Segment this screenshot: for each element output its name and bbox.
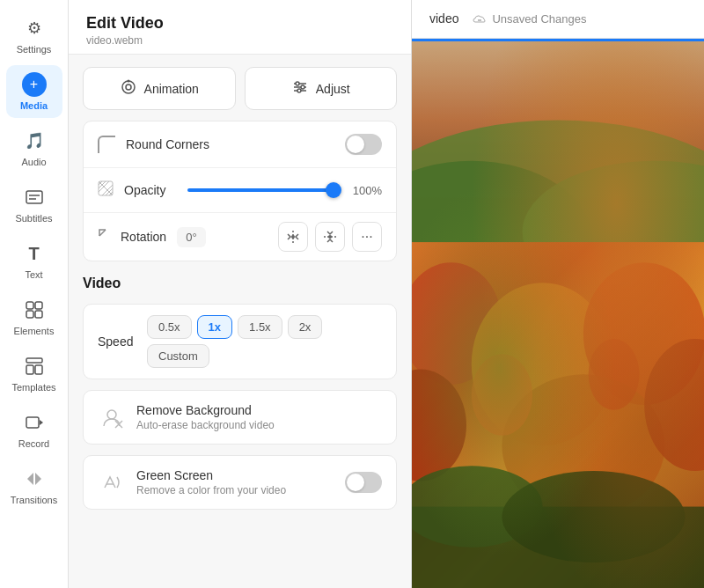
- settings-icon: ⚙: [22, 16, 47, 40]
- sidebar-item-label: Subtitles: [15, 213, 52, 224]
- adjust-icon: [291, 78, 309, 99]
- speed-options: 0.5x 1x 1.5x 2x Custom: [147, 315, 382, 368]
- round-corners-label: Round Corners: [126, 137, 334, 151]
- svg-point-44: [472, 354, 532, 435]
- speed-2x-button[interactable]: 2x: [288, 315, 323, 339]
- green-screen-row: Green Screen Remove a color from your vi…: [84, 456, 396, 509]
- speed-1x-button[interactable]: 1x: [197, 315, 232, 339]
- flip-horizontal-button[interactable]: [278, 222, 308, 252]
- svg-rect-10: [26, 417, 39, 428]
- svg-rect-30: [412, 39, 704, 242]
- svg-rect-41: [412, 507, 704, 588]
- cloud-icon: [473, 12, 487, 26]
- sidebar-item-text[interactable]: T Text: [6, 234, 62, 287]
- opacity-slider-track: [187, 188, 340, 192]
- green-screen-card: Green Screen Remove a color from your vi…: [83, 455, 397, 510]
- sidebar-item-label: Templates: [11, 382, 55, 393]
- green-screen-icon: [98, 468, 126, 496]
- preview-area: video Unsaved Changes: [412, 0, 704, 588]
- sidebar-item-label: Settings: [17, 44, 52, 55]
- svg-point-31: [412, 120, 704, 323]
- svg-rect-34: [412, 242, 704, 588]
- flip-vertical-button[interactable]: [315, 222, 345, 252]
- svg-point-26: [107, 410, 116, 419]
- subtitles-icon: [22, 185, 47, 209]
- remove-background-label: Remove Background: [136, 403, 275, 417]
- round-corners-toggle[interactable]: [345, 134, 382, 155]
- round-corners-icon: [98, 136, 115, 153]
- animation-button[interactable]: Animation: [83, 67, 236, 110]
- svg-rect-9: [35, 365, 42, 374]
- round-corners-row: Round Corners: [84, 121, 396, 167]
- svg-point-38: [412, 370, 466, 481]
- transitions-icon: [22, 467, 47, 491]
- media-plus-icon: +: [22, 72, 47, 97]
- svg-point-43: [502, 471, 685, 562]
- svg-marker-11: [40, 420, 43, 425]
- panel-title: Edit Video: [86, 14, 393, 33]
- remove-background-card: Remove Background Auto-erase background …: [83, 390, 397, 445]
- opacity-slider-container: [187, 181, 340, 199]
- unsaved-changes-badge: Unsaved Changes: [473, 12, 586, 26]
- speed-1.5x-button[interactable]: 1.5x: [238, 315, 282, 339]
- audio-icon: 🎵: [22, 129, 47, 153]
- sidebar-item-label: Text: [25, 269, 42, 280]
- adjust-button[interactable]: Adjust: [245, 67, 398, 110]
- sidebar-item-label: Elements: [14, 326, 55, 336]
- adjust-label: Adjust: [316, 82, 350, 96]
- speed-0.5x-button[interactable]: 0.5x: [147, 315, 192, 339]
- video-section-title: Video: [83, 272, 397, 293]
- sidebar-item-templates[interactable]: Templates: [6, 347, 62, 400]
- svg-rect-0: [26, 191, 42, 203]
- svg-point-42: [412, 466, 543, 547]
- rotation-icon: [98, 228, 114, 246]
- svg-point-18: [296, 82, 299, 85]
- speed-card: Speed 0.5x 1x 1.5x 2x Custom: [83, 304, 397, 379]
- svg-point-13: [126, 85, 131, 90]
- opacity-row: Opacity 100%: [84, 167, 396, 212]
- panel-content: Animation Adjust: [69, 55, 411, 522]
- sidebar-item-audio[interactable]: 🎵 Audio: [6, 121, 62, 174]
- svg-point-12: [122, 81, 135, 93]
- sidebar-item-label: Transitions: [11, 495, 57, 505]
- svg-point-19: [301, 85, 304, 89]
- sidebar: ⚙ Settings + Media 🎵 Audio Subtitles T T…: [0, 0, 69, 588]
- speed-row: Speed 0.5x 1x 1.5x 2x Custom: [84, 305, 396, 379]
- action-buttons-row: Animation Adjust: [83, 67, 397, 110]
- opacity-label: Opacity: [124, 183, 177, 197]
- svg-point-32: [412, 161, 593, 324]
- sidebar-item-subtitles[interactable]: Subtitles: [6, 178, 62, 231]
- more-options-button[interactable]: ···: [352, 222, 382, 252]
- green-screen-label: Green Screen: [136, 468, 334, 482]
- svg-rect-3: [26, 302, 33, 309]
- sidebar-item-elements[interactable]: Elements: [6, 290, 62, 343]
- ellipsis-icon: ···: [361, 229, 372, 245]
- sidebar-item-transitions[interactable]: Transitions: [6, 459, 62, 512]
- preview-header: video Unsaved Changes: [412, 0, 704, 39]
- rotation-label: Rotation: [121, 230, 166, 244]
- panel-header: Edit Video video.webm: [69, 0, 411, 55]
- opacity-value: 100%: [350, 184, 382, 197]
- sidebar-item-label: Record: [18, 438, 49, 449]
- sidebar-item-settings[interactable]: ⚙ Settings: [6, 9, 62, 62]
- preview-svg: [412, 39, 704, 588]
- green-screen-text: Green Screen Remove a color from your vi…: [136, 468, 334, 496]
- remove-background-row[interactable]: Remove Background Auto-erase background …: [84, 391, 396, 444]
- svg-point-33: [523, 161, 704, 304]
- speed-label: Speed: [98, 334, 140, 349]
- sidebar-item-record[interactable]: Record: [6, 403, 62, 456]
- svg-point-14: [127, 80, 129, 83]
- svg-point-20: [297, 89, 301, 92]
- remove-background-icon: [98, 403, 126, 431]
- preview-tab[interactable]: video: [426, 0, 462, 39]
- preview-image: [412, 39, 704, 588]
- green-screen-sublabel: Remove a color from your video: [136, 484, 334, 496]
- speed-custom-button[interactable]: Custom: [147, 344, 209, 368]
- sidebar-item-media[interactable]: + Media: [6, 65, 62, 118]
- svg-point-36: [472, 283, 614, 445]
- svg-rect-5: [26, 311, 33, 318]
- green-screen-toggle[interactable]: [345, 472, 382, 493]
- panel-filename: video.webm: [86, 34, 393, 47]
- preview-border-highlight: [412, 39, 704, 41]
- svg-point-37: [583, 262, 704, 405]
